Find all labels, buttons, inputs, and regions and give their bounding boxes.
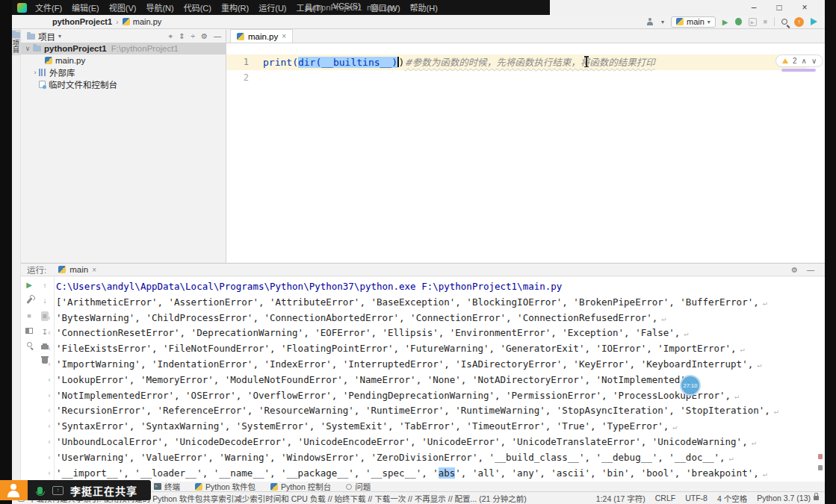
line-number: 1 [226,55,259,70]
title-bar: 文件(F)编辑(E)视图(V)导航(N)代码(C)重构(R)运行(U)工具(T)… [12,0,825,15]
console-text: ['ArithmeticError', 'AssertionError', 'A… [56,296,759,308]
breadcrumb-project[interactable]: pythonProject1 [52,17,112,26]
presenter-avatar-icon[interactable] [0,480,28,500]
soft-wrap-icon: ↵ [763,299,767,307]
prev-warning-icon[interactable]: ∧ [802,57,807,65]
sharing-status-text: 李挺正在共享 [70,483,137,498]
debug-button[interactable] [735,18,742,25]
console-text: 'UserWarning', 'ValueError', 'Warning', … [56,452,725,463]
highlighted-word: abs [439,467,456,479]
restore-layout-icon[interactable] [25,328,33,334]
python-file-icon [123,18,130,25]
close-button[interactable]: × [792,0,817,15]
console-text: 'UnboundLocalError', 'UnicodeDecodeError… [56,436,748,447]
inspection-widget[interactable]: 2 ∧ ∨ [775,55,823,67]
tab-close-icon[interactable]: × [282,32,286,40]
share-screen-icon[interactable]: ↑ [52,486,64,495]
soft-wrap-start-icon: ‹ [47,326,52,341]
avatar-chevron-icon[interactable]: ▾ [661,19,664,25]
python-icon [676,18,684,25]
scroll-down-icon[interactable]: ↓ [43,296,47,305]
minimize-button[interactable]: – [741,0,767,15]
tree-row-main-py[interactable]: main.py [21,55,226,66]
tab-python-console[interactable]: Python 控制台 [270,481,331,492]
status-widget[interactable]: 1:24 (17 字符) [596,493,645,504]
run-settings-icon[interactable]: ⚙ [791,266,798,274]
menu-item[interactable]: 编辑(E) [70,1,101,13]
run-coverage-button[interactable]: ▶ [749,18,757,26]
meeting-timer-bubble[interactable]: 27:10 [680,375,701,396]
stop-button[interactable]: ■ [764,18,767,25]
restore-button[interactable]: □ [767,0,792,15]
soft-wrap-start-icon: ‹ [47,435,52,450]
console-output-line: ‹'ImportWarning', 'IndentationError', 'I… [47,357,817,373]
line-number: 2 [226,70,259,86]
run-button[interactable]: ▶ [722,18,728,26]
panel-settings-icon[interactable]: ⚙ [201,32,208,40]
rerun-button[interactable]: ▶ [26,281,32,289]
python-file-icon [237,33,244,40]
console-text: 'NotImplementedError', 'OSError', 'Overf… [56,390,731,401]
soft-wrap-start-icon: ‹ [47,403,52,419]
chevron-right-icon[interactable]: › [31,69,39,76]
problems-icon [346,484,352,490]
scroll-up-icon[interactable]: ↑ [43,281,47,290]
screen-share-overlay: ↑ 李挺正在共享 [0,480,151,500]
menu-item[interactable]: 导航(N) [144,1,175,13]
console-output-line: C:\Users\andyl\AppData\Local\Programs\Py… [47,279,817,295]
update-notification-icon[interactable]: ↑ [794,17,804,27]
tab-close-icon[interactable]: × [92,266,96,274]
console-command-line: C:\Users\andyl\AppData\Local\Programs\Py… [56,281,562,292]
user-avatar-icon[interactable] [646,18,654,26]
chevron-down-icon[interactable]: ∨ [24,45,31,52]
tree-row-external-libraries[interactable]: › 外部库 [21,66,226,78]
locate-file-icon[interactable]: ⌖ [169,32,173,41]
code-print-call: print( [263,57,298,68]
search-everywhere-icon[interactable] [781,19,787,25]
status-widget[interactable]: CRLF [655,494,675,503]
stop-process-button[interactable]: ■ [27,312,31,320]
editor-area[interactable]: 1 2 print(dir(__builtins__))#参数为函数的时候，先将… [226,43,825,263]
project-view-icon [27,34,35,40]
soft-wrap-start-icon: ‹ [47,466,52,482]
project-panel: 项目 ▾ ⌖ ⇕ ÷ ⚙ — ∨ pythonProject1 F:\pytho… [21,30,226,263]
menu-item[interactable]: 代码(C) [182,1,213,13]
run-configuration-select[interactable]: main ▾ [671,16,716,28]
pin-tab-icon[interactable] [27,342,32,347]
console-output[interactable]: C:\Users\andyl\AppData\Local\Programs\Py… [47,279,817,481]
soft-wrap-icon: ↵ [757,361,761,369]
status-widget[interactable]: Python 3.7 (13) [757,494,811,503]
tab-terminal[interactable]: > 终端 [154,481,180,492]
editor-tab-main-py[interactable]: main.py × [230,29,293,43]
lock-icon[interactable] [814,496,819,500]
menu-item[interactable]: 视图(V) [108,1,138,13]
hide-run-panel-icon[interactable]: — [807,266,814,274]
run-console[interactable]: ▶ ■ ↑ ↓ ≡ ↧ C:\Users\andyl\AppData\Local… [21,277,825,482]
next-warning-icon[interactable]: ∨ [811,57,817,65]
status-widget[interactable]: 4 个空格 [717,493,747,504]
tab-python-packages[interactable]: Python 软件包 [195,481,256,492]
tree-row-scratches[interactable]: 临时文件和控制台 [21,78,226,90]
breadcrumb-file[interactable]: main.py [123,17,162,26]
run-panel-header: 运行: main × ⚙ — [21,263,825,276]
soft-wrap-icon: ↵ [661,314,666,323]
menu-item[interactable]: 帮助(H) [409,1,439,13]
tree-row-project-root[interactable]: ∨ pythonProject1 F:\pythonProject1 [21,43,226,55]
run-tab-main[interactable]: main × [54,263,101,276]
soft-wrap-icon: ↵ [734,392,739,400]
menu-item[interactable]: 重构(R) [220,1,250,13]
collapse-all-icon[interactable]: ÷ [191,32,196,40]
folder-icon [12,32,20,38]
soft-wrap-start-icon: ‹ [47,311,52,326]
status-widget[interactable]: UTF-8 [685,494,707,503]
expand-collapse-icon[interactable]: ⇕ [179,32,185,40]
ide-notification-icon[interactable] [811,18,817,25]
menu-item[interactable]: 运行(U) [257,1,288,13]
menu-item[interactable]: 文件(F) [34,1,64,13]
project-view-chevron-icon[interactable]: ▾ [58,33,61,40]
edit-configuration-icon[interactable] [26,297,32,304]
project-tool-window-button[interactable]: 项目 [12,30,21,55]
microphone-icon[interactable] [37,487,43,494]
tab-problems[interactable]: 问题 [346,481,371,492]
hide-panel-icon[interactable]: — [214,32,221,40]
